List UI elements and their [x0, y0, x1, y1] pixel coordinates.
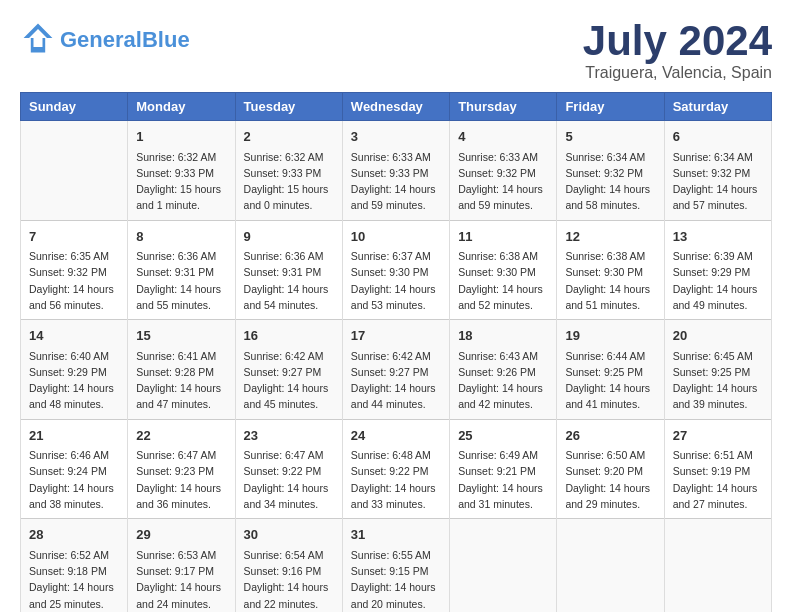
- day-number: 29: [136, 525, 226, 545]
- day-info: Sunrise: 6:52 AMSunset: 9:18 PMDaylight:…: [29, 547, 119, 612]
- day-number: 4: [458, 127, 548, 147]
- day-cell: 6Sunrise: 6:34 AMSunset: 9:32 PMDaylight…: [664, 121, 771, 221]
- day-cell: 29Sunrise: 6:53 AMSunset: 9:17 PMDayligh…: [128, 519, 235, 612]
- logo-general: GeneralBlue: [60, 29, 190, 51]
- page-header: GeneralBlue July 2024 Traiguera, Valenci…: [20, 20, 772, 82]
- day-cell: 26Sunrise: 6:50 AMSunset: 9:20 PMDayligh…: [557, 419, 664, 519]
- day-cell: 4Sunrise: 6:33 AMSunset: 9:32 PMDaylight…: [450, 121, 557, 221]
- day-number: 27: [673, 426, 763, 446]
- day-cell: 30Sunrise: 6:54 AMSunset: 9:16 PMDayligh…: [235, 519, 342, 612]
- day-info: Sunrise: 6:34 AMSunset: 9:32 PMDaylight:…: [673, 149, 763, 214]
- day-info: Sunrise: 6:35 AMSunset: 9:32 PMDaylight:…: [29, 248, 119, 313]
- day-info: Sunrise: 6:38 AMSunset: 9:30 PMDaylight:…: [458, 248, 548, 313]
- day-cell: 27Sunrise: 6:51 AMSunset: 9:19 PMDayligh…: [664, 419, 771, 519]
- header-cell-tuesday: Tuesday: [235, 93, 342, 121]
- day-number: 16: [244, 326, 334, 346]
- header-cell-saturday: Saturday: [664, 93, 771, 121]
- day-info: Sunrise: 6:41 AMSunset: 9:28 PMDaylight:…: [136, 348, 226, 413]
- day-cell: 5Sunrise: 6:34 AMSunset: 9:32 PMDaylight…: [557, 121, 664, 221]
- day-number: 11: [458, 227, 548, 247]
- month-year: July 2024: [583, 20, 772, 62]
- day-number: 13: [673, 227, 763, 247]
- day-cell: 23Sunrise: 6:47 AMSunset: 9:22 PMDayligh…: [235, 419, 342, 519]
- day-info: Sunrise: 6:38 AMSunset: 9:30 PMDaylight:…: [565, 248, 655, 313]
- day-number: 14: [29, 326, 119, 346]
- day-cell: 14Sunrise: 6:40 AMSunset: 9:29 PMDayligh…: [21, 320, 128, 420]
- day-cell: 22Sunrise: 6:47 AMSunset: 9:23 PMDayligh…: [128, 419, 235, 519]
- day-number: 30: [244, 525, 334, 545]
- week-row-2: 7Sunrise: 6:35 AMSunset: 9:32 PMDaylight…: [21, 220, 772, 320]
- day-info: Sunrise: 6:34 AMSunset: 9:32 PMDaylight:…: [565, 149, 655, 214]
- week-row-3: 14Sunrise: 6:40 AMSunset: 9:29 PMDayligh…: [21, 320, 772, 420]
- day-info: Sunrise: 6:50 AMSunset: 9:20 PMDaylight:…: [565, 447, 655, 512]
- day-number: 15: [136, 326, 226, 346]
- day-number: 21: [29, 426, 119, 446]
- day-number: 31: [351, 525, 441, 545]
- week-row-1: 1Sunrise: 6:32 AMSunset: 9:33 PMDaylight…: [21, 121, 772, 221]
- calendar-body: 1Sunrise: 6:32 AMSunset: 9:33 PMDaylight…: [21, 121, 772, 613]
- day-info: Sunrise: 6:39 AMSunset: 9:29 PMDaylight:…: [673, 248, 763, 313]
- day-number: 1: [136, 127, 226, 147]
- day-cell: 19Sunrise: 6:44 AMSunset: 9:25 PMDayligh…: [557, 320, 664, 420]
- day-cell: 9Sunrise: 6:36 AMSunset: 9:31 PMDaylight…: [235, 220, 342, 320]
- day-number: 10: [351, 227, 441, 247]
- day-number: 5: [565, 127, 655, 147]
- day-info: Sunrise: 6:42 AMSunset: 9:27 PMDaylight:…: [244, 348, 334, 413]
- logo: GeneralBlue: [20, 20, 190, 60]
- day-info: Sunrise: 6:55 AMSunset: 9:15 PMDaylight:…: [351, 547, 441, 612]
- day-cell: 10Sunrise: 6:37 AMSunset: 9:30 PMDayligh…: [342, 220, 449, 320]
- logo-text-block: GeneralBlue: [60, 29, 190, 51]
- day-cell: 15Sunrise: 6:41 AMSunset: 9:28 PMDayligh…: [128, 320, 235, 420]
- day-info: Sunrise: 6:47 AMSunset: 9:23 PMDaylight:…: [136, 447, 226, 512]
- day-cell: 18Sunrise: 6:43 AMSunset: 9:26 PMDayligh…: [450, 320, 557, 420]
- day-cell: 1Sunrise: 6:32 AMSunset: 9:33 PMDaylight…: [128, 121, 235, 221]
- header-cell-thursday: Thursday: [450, 93, 557, 121]
- day-cell: 16Sunrise: 6:42 AMSunset: 9:27 PMDayligh…: [235, 320, 342, 420]
- day-cell: 17Sunrise: 6:42 AMSunset: 9:27 PMDayligh…: [342, 320, 449, 420]
- day-cell: 25Sunrise: 6:49 AMSunset: 9:21 PMDayligh…: [450, 419, 557, 519]
- header-cell-monday: Monday: [128, 93, 235, 121]
- logo-icon: [20, 20, 56, 60]
- day-number: 8: [136, 227, 226, 247]
- day-number: 20: [673, 326, 763, 346]
- day-number: 12: [565, 227, 655, 247]
- day-number: 25: [458, 426, 548, 446]
- header-row: SundayMondayTuesdayWednesdayThursdayFrid…: [21, 93, 772, 121]
- day-number: 18: [458, 326, 548, 346]
- day-cell: 12Sunrise: 6:38 AMSunset: 9:30 PMDayligh…: [557, 220, 664, 320]
- day-info: Sunrise: 6:49 AMSunset: 9:21 PMDaylight:…: [458, 447, 548, 512]
- day-info: Sunrise: 6:54 AMSunset: 9:16 PMDaylight:…: [244, 547, 334, 612]
- day-number: 3: [351, 127, 441, 147]
- day-cell: 11Sunrise: 6:38 AMSunset: 9:30 PMDayligh…: [450, 220, 557, 320]
- day-cell: 20Sunrise: 6:45 AMSunset: 9:25 PMDayligh…: [664, 320, 771, 420]
- day-cell: 13Sunrise: 6:39 AMSunset: 9:29 PMDayligh…: [664, 220, 771, 320]
- day-number: 23: [244, 426, 334, 446]
- day-info: Sunrise: 6:42 AMSunset: 9:27 PMDaylight:…: [351, 348, 441, 413]
- day-info: Sunrise: 6:37 AMSunset: 9:30 PMDaylight:…: [351, 248, 441, 313]
- day-cell: 24Sunrise: 6:48 AMSunset: 9:22 PMDayligh…: [342, 419, 449, 519]
- day-number: 2: [244, 127, 334, 147]
- calendar-table: SundayMondayTuesdayWednesdayThursdayFrid…: [20, 92, 772, 612]
- day-info: Sunrise: 6:43 AMSunset: 9:26 PMDaylight:…: [458, 348, 548, 413]
- day-cell: [450, 519, 557, 612]
- day-info: Sunrise: 6:44 AMSunset: 9:25 PMDaylight:…: [565, 348, 655, 413]
- day-info: Sunrise: 6:53 AMSunset: 9:17 PMDaylight:…: [136, 547, 226, 612]
- day-number: 17: [351, 326, 441, 346]
- day-info: Sunrise: 6:46 AMSunset: 9:24 PMDaylight:…: [29, 447, 119, 512]
- day-number: 26: [565, 426, 655, 446]
- day-number: 28: [29, 525, 119, 545]
- week-row-4: 21Sunrise: 6:46 AMSunset: 9:24 PMDayligh…: [21, 419, 772, 519]
- day-cell: [664, 519, 771, 612]
- day-info: Sunrise: 6:40 AMSunset: 9:29 PMDaylight:…: [29, 348, 119, 413]
- day-cell: 2Sunrise: 6:32 AMSunset: 9:33 PMDaylight…: [235, 121, 342, 221]
- day-info: Sunrise: 6:36 AMSunset: 9:31 PMDaylight:…: [136, 248, 226, 313]
- day-number: 9: [244, 227, 334, 247]
- day-cell: [557, 519, 664, 612]
- day-number: 24: [351, 426, 441, 446]
- day-cell: [21, 121, 128, 221]
- day-info: Sunrise: 6:33 AMSunset: 9:33 PMDaylight:…: [351, 149, 441, 214]
- day-number: 19: [565, 326, 655, 346]
- title-block: July 2024 Traiguera, Valencia, Spain: [583, 20, 772, 82]
- header-cell-wednesday: Wednesday: [342, 93, 449, 121]
- day-info: Sunrise: 6:33 AMSunset: 9:32 PMDaylight:…: [458, 149, 548, 214]
